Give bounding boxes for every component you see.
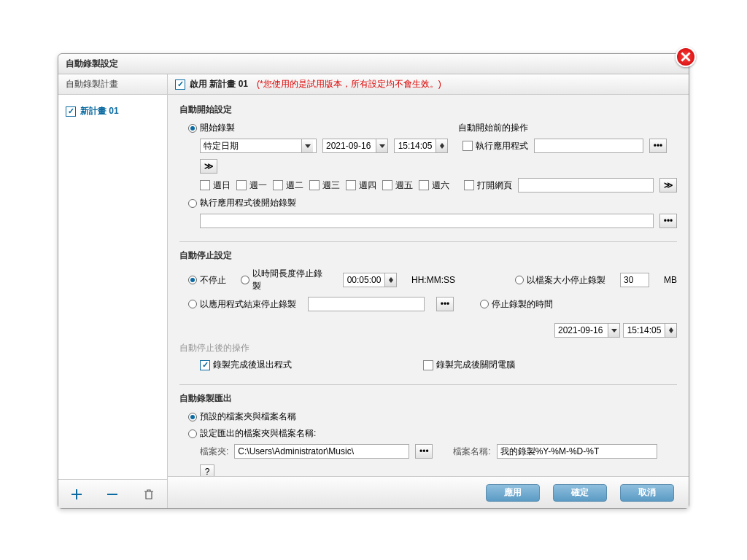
radio-icon [515, 276, 524, 284]
browse-app-button[interactable]: ••• [649, 139, 667, 153]
duration-value[interactable] [344, 273, 384, 287]
day-fri[interactable]: 週五 [382, 179, 413, 192]
time-spinner[interactable] [394, 139, 448, 153]
browse-folder-button[interactable]: ••• [415, 444, 433, 459]
date-mode-select[interactable] [200, 139, 317, 153]
radio-icon [188, 276, 197, 284]
radio-icon [188, 124, 197, 133]
radio-export-custom[interactable]: 設定匯出的檔案夾與檔案名稱: [188, 427, 316, 440]
radio-stop-duration[interactable]: 以時間長度停止錄製 [241, 268, 328, 292]
sidebar-item-label: 新計畫 01 [80, 105, 119, 117]
after-stop-title: 自動停止後的操作 [179, 342, 677, 354]
after-app-path-input[interactable] [200, 214, 654, 228]
auto-stop-title: 自動停止設定 [179, 249, 677, 262]
window-title: 自動錄製設定 [66, 58, 118, 70]
checkbox-icon [309, 180, 320, 190]
dialog-footer: 應用 確定 取消 [168, 476, 689, 508]
date-picker[interactable] [322, 139, 388, 153]
radio-after-app[interactable]: 執行應用程式後開始錄製 [188, 197, 296, 209]
ok-button[interactable]: 確定 [553, 484, 607, 502]
day-thu[interactable]: 週四 [346, 179, 376, 192]
trash-icon [142, 488, 155, 501]
spinner-buttons[interactable] [436, 139, 447, 152]
folder-label: 檔案夾: [200, 446, 228, 458]
radio-icon [188, 199, 197, 208]
duration-spinner[interactable] [343, 273, 397, 287]
radio-stop-size[interactable]: 以檔案大小停止錄製 [515, 274, 605, 287]
check-quit-after[interactable]: 錄製完成後退出程式 [200, 359, 292, 371]
time-value[interactable] [395, 139, 436, 152]
day-tue[interactable]: 週二 [273, 179, 303, 192]
checkbox-icon [200, 180, 210, 190]
filename-input[interactable] [497, 444, 657, 459]
plan-checkbox-icon[interactable] [66, 106, 76, 117]
sidebar-toolbar [58, 479, 167, 508]
stop-date-picker[interactable] [554, 323, 620, 338]
date-value[interactable] [323, 139, 376, 152]
dialog-body: 自動錄製計畫 新計畫 01 [58, 74, 689, 508]
auto-start-title: 自動開始設定 [179, 104, 677, 116]
date-mode-value[interactable] [201, 139, 301, 152]
day-sun[interactable]: 週日 [200, 179, 231, 192]
stop-time-value[interactable] [624, 324, 665, 337]
day-wed[interactable]: 週三 [309, 179, 340, 192]
browse-after-app-button[interactable]: ••• [659, 214, 677, 228]
radio-after-app-label: 執行應用程式後開始錄製 [200, 197, 296, 209]
checkbox-icon [462, 141, 473, 151]
sidebar-header: 自動錄製計畫 [58, 74, 167, 95]
stop-time-spinner[interactable] [623, 323, 677, 338]
checkbox-icon [464, 180, 474, 190]
radio-start-label: 開始錄製 [200, 122, 235, 134]
run-app-checkbox[interactable]: 執行應用程式 [462, 140, 528, 152]
sidebar-list: 新計畫 01 [58, 95, 167, 479]
browse-app-end-button[interactable]: ••• [436, 297, 454, 311]
calendar-dropdown-icon[interactable] [608, 324, 619, 337]
app-end-input[interactable] [308, 297, 425, 311]
enable-plan-label: 啟用 新計畫 01 [190, 78, 248, 90]
run-app-label: 執行應用程式 [476, 140, 528, 152]
close-button[interactable] [676, 47, 696, 67]
open-web-checkbox[interactable]: 打開網頁 [464, 179, 512, 192]
spinner-buttons[interactable] [384, 273, 396, 287]
open-web-input[interactable] [518, 178, 654, 192]
open-web-go-button[interactable]: ≫ [659, 178, 677, 192]
day-mon[interactable]: 週一 [236, 179, 267, 192]
cancel-button[interactable]: 取消 [620, 484, 674, 502]
open-web-label: 打開網頁 [477, 179, 512, 192]
content-area: 自動開始設定 開始錄製 自動開始前的操作 [168, 95, 689, 476]
folder-input[interactable] [234, 444, 409, 459]
plus-icon [70, 488, 83, 501]
radio-export-default[interactable]: 預設的檔案夾與檔案名稱 [188, 411, 296, 423]
day-sat[interactable]: 週六 [419, 179, 449, 192]
radio-stop-app-end[interactable]: 以應用程式結束停止錄製 [188, 298, 296, 311]
calendar-dropdown-icon[interactable] [376, 139, 387, 152]
radio-icon [188, 429, 197, 438]
add-plan-button[interactable] [66, 484, 87, 505]
minus-icon [106, 488, 119, 501]
radio-start-recording[interactable]: 開始錄製 [188, 122, 235, 134]
filename-help-button[interactable]: ? [200, 464, 214, 476]
radio-icon [188, 300, 197, 308]
remove-plan-button[interactable] [102, 484, 123, 505]
sidebar-item-plan[interactable]: 新計畫 01 [58, 101, 167, 122]
checkbox-icon [423, 360, 433, 370]
trial-note: (*您使用的是試用版本，所有設定均不會生效。) [257, 78, 441, 90]
check-shutdown-after[interactable]: 錄製完成後關閉電腦 [423, 359, 515, 371]
stop-date-value[interactable] [555, 324, 608, 337]
radio-stop-time[interactable]: 停止錄製的時間 [480, 298, 553, 311]
delete-plan-button[interactable] [139, 484, 159, 505]
sidebar: 自動錄製計畫 新計畫 01 [58, 74, 168, 508]
pre-action-label: 自動開始前的操作 [458, 122, 677, 134]
radio-no-stop[interactable]: 不停止 [188, 274, 226, 287]
spinner-buttons[interactable] [665, 324, 676, 337]
chevron-down-icon[interactable] [301, 139, 313, 152]
run-app-go-button[interactable]: ≫ [200, 159, 217, 174]
size-input[interactable] [620, 273, 649, 287]
checkbox-icon [346, 180, 356, 190]
run-app-input[interactable] [534, 139, 643, 153]
radio-icon [188, 413, 197, 421]
enable-plan-checkbox[interactable] [175, 79, 185, 90]
apply-button[interactable]: 應用 [486, 484, 540, 502]
size-unit: MB [664, 275, 677, 285]
titlebar: 自動錄製設定 [58, 54, 689, 74]
